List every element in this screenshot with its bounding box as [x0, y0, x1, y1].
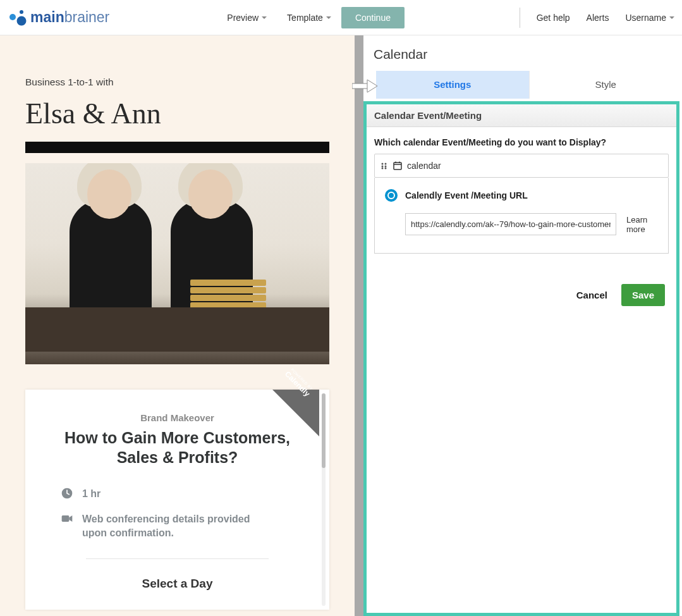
nav-preview[interactable]: Preview — [217, 8, 277, 28]
cancel-button[interactable]: Cancel — [576, 290, 607, 300]
nav-help[interactable]: Get help — [537, 13, 570, 23]
svg-point-11 — [382, 167, 384, 169]
doc-pretitle: Business 1-to-1 with — [25, 77, 355, 88]
calendly-select-day: Select a Day — [51, 577, 304, 591]
top-nav: mainbrainer Preview Template Continue Ge… — [0, 0, 682, 35]
nav-alerts[interactable]: Alerts — [587, 13, 609, 23]
svg-rect-4 — [62, 515, 70, 522]
drag-handle-icon — [381, 163, 388, 169]
arrow-right-icon — [352, 78, 379, 94]
calendar-select[interactable]: calendar — [374, 154, 669, 178]
svg-rect-5 — [352, 83, 368, 89]
settings-highlight-box: Calendar Event/Meeting Which calendar Ev… — [363, 101, 679, 616]
settings-panel: Calendar Settings Style Calendar Event/M… — [363, 35, 682, 616]
chevron-down-icon — [669, 16, 674, 19]
brand-dots-icon — [8, 9, 27, 26]
column-splitter[interactable] — [355, 35, 363, 616]
calendar-select-value: calendar — [407, 161, 441, 171]
nav-divider — [520, 8, 520, 28]
workspace: Business 1-to-1 with Elsa & Ann POWERED … — [0, 35, 682, 616]
calendly-conf-text: Web conferencing details provided upon c… — [82, 512, 259, 541]
save-button[interactable]: Save — [621, 284, 665, 306]
brand-text: mainbrainer — [30, 9, 109, 26]
svg-point-12 — [385, 167, 387, 169]
tab-style[interactable]: Style — [529, 71, 683, 99]
doc-title: Elsa & Ann — [25, 97, 355, 130]
calendly-title: How to Gain More Customers, Sales & Prof… — [51, 428, 304, 468]
chevron-down-icon — [326, 16, 331, 19]
svg-point-9 — [385, 163, 387, 164]
calendly-scrollbar[interactable] — [322, 393, 326, 606]
svg-point-1 — [9, 14, 16, 20]
continue-button[interactable]: Continue — [341, 7, 405, 28]
nav-right: Get help Alerts Username — [520, 8, 674, 28]
calendly-conf-row: Web conferencing details provided upon c… — [61, 512, 304, 541]
preview-column: Business 1-to-1 with Elsa & Ann POWERED … — [0, 35, 355, 616]
svg-point-6 — [382, 163, 384, 164]
nav-center: Preview Template Continue — [217, 7, 405, 28]
calendly-duration: 1 hr — [82, 487, 100, 501]
calendly-duration-row: 1 hr — [61, 487, 304, 501]
learn-more-link[interactable]: Learn more — [626, 215, 658, 234]
svg-point-2 — [17, 16, 27, 25]
hero-image — [25, 163, 329, 364]
panel-title: Calendar — [363, 35, 682, 71]
svg-point-10 — [385, 165, 387, 167]
question-label: Which calendar Event/Meeting do you want… — [374, 137, 669, 147]
scrollbar-thumb[interactable] — [322, 393, 326, 468]
calendar-url-block: Calendly Event /Meeting URL Learn more — [374, 178, 669, 254]
calendly-widget[interactable]: POWERED BY Calendly Brand Makeover How t… — [25, 390, 329, 610]
calendly-url-input[interactable] — [405, 213, 616, 235]
nav-username[interactable]: Username — [625, 13, 674, 23]
panel-tabs: Settings Style — [363, 71, 682, 99]
calendly-divider — [86, 558, 269, 559]
calendly-brand: Brand Makeover — [51, 412, 304, 423]
section-heading: Calendar Event/Meeting — [367, 104, 676, 127]
radio-calendly-url[interactable] — [385, 189, 398, 202]
chevron-down-icon — [262, 16, 267, 19]
brand-logo[interactable]: mainbrainer — [8, 9, 109, 26]
svg-point-7 — [382, 165, 384, 167]
svg-point-0 — [20, 10, 23, 14]
svg-rect-13 — [394, 163, 401, 169]
doc-divider-bar — [25, 142, 329, 153]
video-icon — [61, 512, 73, 525]
radio-calendly-url-label: Calendly Event /Meeting URL — [405, 190, 528, 200]
nav-template[interactable]: Template — [277, 8, 341, 28]
clock-icon — [61, 487, 73, 500]
tab-settings[interactable]: Settings — [376, 71, 529, 99]
calendar-icon — [393, 161, 402, 170]
action-row: Cancel Save — [367, 265, 676, 306]
